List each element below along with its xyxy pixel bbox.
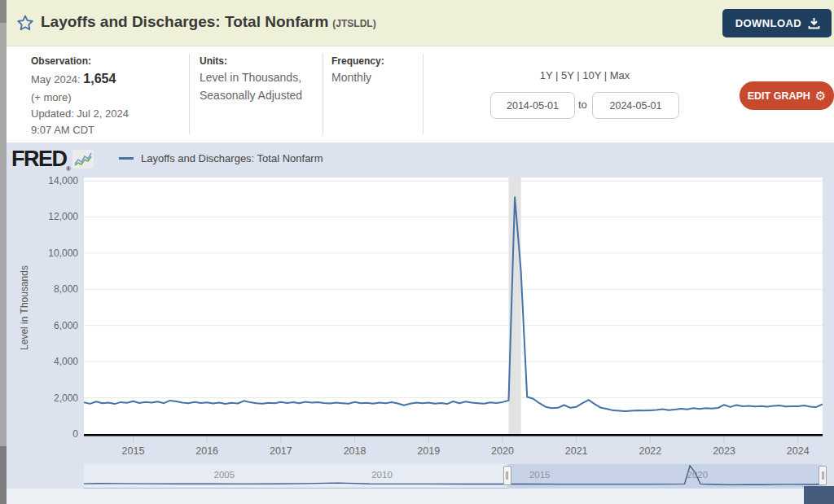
y-axis-title: Level in Thousands — [19, 265, 30, 350]
units-label: Units: — [200, 55, 318, 67]
y-tick-label: 4,000 — [21, 356, 78, 367]
x-tick-label: 2022 — [626, 445, 674, 457]
logo-chart-icon — [72, 150, 94, 169]
x-tick-label: 2015 — [108, 445, 157, 457]
updated-date: Updated: Jul 2, 2024 — [31, 106, 186, 122]
y-tick-label: 14,000 — [21, 175, 78, 186]
y-tick-label: 6,000 — [21, 320, 78, 331]
units-line2: Seasonally Adjusted — [200, 87, 318, 105]
range-link-max[interactable]: Max — [610, 69, 630, 81]
divider — [189, 54, 190, 134]
page-title: Layoffs and Discharges: Total Nonfarm(JT… — [41, 13, 376, 31]
legend-line-swatch — [119, 157, 134, 160]
navigator-year-label: 2005 — [214, 470, 235, 480]
x-tick-label: 2016 — [182, 445, 231, 457]
updated-time: 9:07 AM CDT — [31, 122, 186, 138]
series-id: (JTSLDL) — [332, 18, 375, 29]
navigator-year-label: 2020 — [687, 470, 709, 480]
x-tick-label: 2020 — [478, 445, 527, 457]
y-tick-label: 2,000 — [21, 392, 78, 404]
divider — [323, 54, 323, 134]
x-tick-label: 2024 — [774, 445, 823, 457]
observation-value: 1,654 — [83, 72, 116, 85]
chart-legend: Layoffs and Discharges: Total Nonfarm — [119, 152, 323, 164]
x-tick-label: 2017 — [257, 445, 305, 457]
date-range-to-label: to — [578, 99, 587, 111]
x-tick-label: 2019 — [404, 445, 453, 457]
frequency-panel: Frequency: Monthly — [331, 55, 413, 87]
info-bar: Observation: May 2024: 1,654 (+ more) Up… — [7, 47, 834, 142]
edit-graph-button[interactable]: EDIT GRAPH ⚙ — [740, 81, 834, 110]
graph-section: FRED® Layoffs and Discharges: Total Nonf… — [7, 142, 834, 489]
fred-logo: FRED® — [11, 147, 94, 172]
y-tick-label: 10,000 — [21, 248, 78, 259]
frequency-label: Frequency: — [331, 55, 413, 67]
chart-plot-area[interactable] — [84, 177, 823, 446]
download-label: DOWNLOAD — [735, 17, 801, 29]
favorite-star-icon[interactable] — [16, 14, 34, 32]
observation-label: Observation: — [31, 55, 186, 67]
navigator-left-handle[interactable] — [503, 466, 511, 485]
left-scrollbar[interactable] — [0, 0, 7, 504]
page-header: Layoffs and Discharges: Total Nonfarm(JT… — [7, 0, 834, 46]
units-line1: Level in Thousands, — [200, 69, 318, 87]
range-link-5y[interactable]: 5Y — [561, 69, 574, 81]
frequency-value: Monthly — [331, 69, 413, 87]
navigator-year-label: 2010 — [371, 470, 393, 480]
fred-logo-text: FRED® — [11, 147, 69, 172]
x-tick-label: 2018 — [331, 445, 380, 457]
navigator-right-handle[interactable] — [819, 466, 827, 485]
y-tick-label: 8,000 — [21, 283, 78, 295]
download-button[interactable]: DOWNLOAD — [722, 9, 832, 37]
date-from-input[interactable] — [490, 92, 575, 119]
units-panel: Units: Level in Thousands, Seasonally Ad… — [200, 55, 318, 104]
x-tick-label: 2023 — [700, 445, 748, 457]
y-tick-label: 0 — [21, 428, 78, 440]
download-icon — [808, 17, 820, 29]
bottom-strip — [7, 489, 834, 504]
gear-icon: ⚙ — [815, 89, 826, 103]
range-shortcuts: 1Y | 5Y | 10Y | Max — [463, 69, 707, 81]
edit-graph-label: EDIT GRAPH — [748, 90, 810, 102]
x-tick-label: 2021 — [552, 445, 601, 457]
observation-value-line: May 2024: 1,654 — [31, 69, 186, 90]
more-observations-link[interactable]: (+ more) — [31, 90, 186, 106]
date-to-input[interactable] — [592, 92, 679, 119]
divider — [423, 54, 424, 134]
observation-panel: Observation: May 2024: 1,654 (+ more) Up… — [31, 55, 186, 138]
range-link-10y[interactable]: 10Y — [582, 69, 601, 81]
navigator-year-label: 2015 — [529, 470, 551, 480]
y-tick-label: 12,000 — [21, 211, 78, 222]
range-link-1y[interactable]: 1Y — [540, 69, 553, 81]
fred-page: Layoffs and Discharges: Total Nonfarm(JT… — [0, 0, 834, 504]
corner-widget — [804, 486, 834, 504]
legend-series-label: Layoffs and Discharges: Total Nonfarm — [141, 152, 323, 164]
navigator-minichart — [84, 464, 823, 489]
